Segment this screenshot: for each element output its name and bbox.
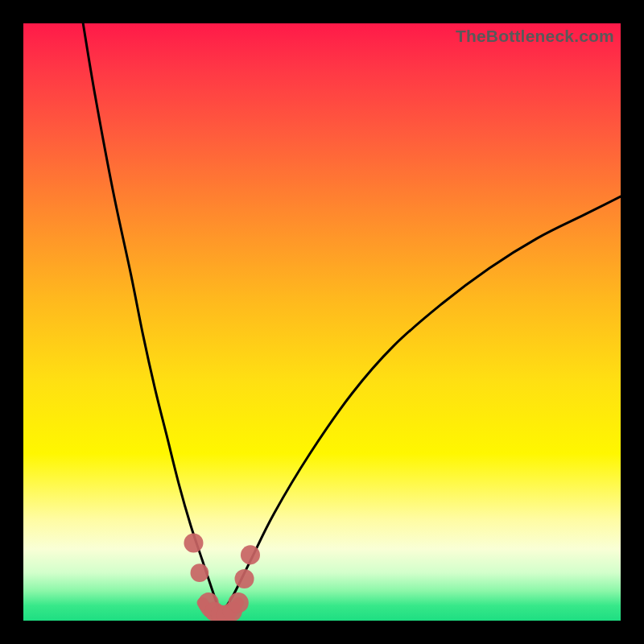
curve-layer — [23, 23, 621, 621]
watermark-text: TheBottleneck.com — [456, 27, 614, 46]
plot-area: TheBottleneck.com — [23, 23, 621, 621]
series-left-branch — [83, 23, 221, 615]
chart-frame: TheBottleneck.com — [0, 0, 644, 644]
data-marker — [241, 545, 260, 564]
series-right-branch — [221, 196, 621, 614]
data-marker — [235, 569, 254, 588]
data-marker — [191, 564, 209, 582]
data-marker — [184, 534, 203, 553]
data-marker — [228, 592, 248, 613]
